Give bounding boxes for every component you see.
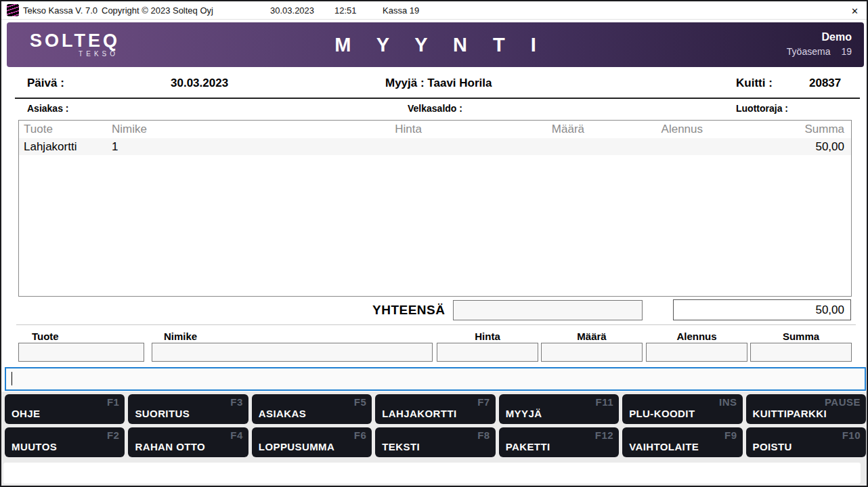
fkey-label: F4 <box>230 429 243 441</box>
seller-line: Myyjä : Taavi Horila <box>385 77 492 90</box>
col-nimike: Nimike <box>110 123 313 136</box>
button-label: KUITTIPARKKI <box>753 408 827 419</box>
receipt-label: Kuitti : <box>736 77 773 90</box>
workstation-label: Työasema <box>787 46 831 57</box>
entry-label-tuote: Tuote <box>32 331 59 342</box>
button-label: PLU-KOODIT <box>629 408 695 419</box>
fkey-label: INS <box>719 396 737 408</box>
button-label: MUUTOS <box>12 441 57 452</box>
teksti-button[interactable]: F8 TEKSTI <box>375 427 495 457</box>
status-bar <box>3 463 861 484</box>
cell-summa: 50,00 <box>703 140 851 154</box>
button-label: TEKSTI <box>382 441 420 452</box>
button-label: RAHAN OTTO <box>135 441 205 452</box>
titlebar-register: Kassa 19 <box>383 5 419 16</box>
button-label: VAIHTOLAITE <box>629 441 699 452</box>
bottom-panel: F1 OHJE F3 SUORITUS F5 ASIAKAS F7 LAHJAK… <box>1 391 867 487</box>
fkey-label: PAUSE <box>825 396 861 408</box>
credit-label: Luottoraja : <box>736 103 788 114</box>
date-label: Päivä : <box>27 77 64 90</box>
alennus-input[interactable] <box>646 343 747 362</box>
ohje-button[interactable]: F1 OHJE <box>5 394 125 424</box>
maara-input[interactable] <box>541 343 643 362</box>
fkey-label: F7 <box>477 396 490 408</box>
sale-lines-table[interactable]: Tuote Nimike Hinta Määrä Alennus Summa L… <box>18 120 852 297</box>
function-button-grid: F1 OHJE F3 SUORITUS F5 ASIAKAS F7 LAHJAK… <box>5 394 866 457</box>
app-icon <box>7 4 19 16</box>
hinta-input[interactable] <box>437 343 538 362</box>
app-title: Tekso Kassa V. 7.0 <box>23 5 97 16</box>
kuittiparkki-button[interactable]: PAUSE KUITTIPARKKI <box>746 394 866 424</box>
fkey-label: F12 <box>595 429 613 441</box>
section-divider <box>16 324 856 325</box>
asiakas-button[interactable]: F5 ASIAKAS <box>252 394 372 424</box>
button-label: LAHJAKORTTI <box>382 408 456 419</box>
titlebar: Tekso Kassa V. 7.0 Copyright © 2023 Solt… <box>1 1 867 20</box>
suoritus-button[interactable]: F3 SUORITUS <box>128 394 248 424</box>
app-header: SOLTEQ TEKSO M Y Y N T I Demo Työasema19 <box>7 22 864 67</box>
total-entry-input[interactable] <box>453 300 643 320</box>
plu-koodit-button[interactable]: INS PLU-KOODIT <box>622 394 742 424</box>
fkey-label: F11 <box>596 396 614 408</box>
close-icon[interactable]: ✕ <box>851 5 859 18</box>
muutos-button[interactable]: F2 MUUTOS <box>5 427 125 457</box>
fkey-label: F1 <box>107 396 120 408</box>
poistu-button[interactable]: F10 POISTU <box>746 427 866 457</box>
copyright-text: Copyright © 2023 Solteq Oyj <box>102 5 213 16</box>
button-label: LOPPUSUMMA <box>259 441 334 452</box>
col-alennus: Alennus <box>584 123 703 136</box>
button-label: POISTU <box>753 441 792 452</box>
myyja-button[interactable]: F11 MYYJÄ <box>499 394 619 424</box>
button-label: MYYJÄ <box>506 408 542 419</box>
button-label: SUORITUS <box>135 408 190 419</box>
table-header-row: Tuote Nimike Hinta Määrä Alennus Summa <box>19 121 851 138</box>
col-hinta: Hinta <box>313 123 422 136</box>
fkey-label: F9 <box>724 429 737 441</box>
titlebar-date: 30.03.2023 <box>270 5 314 16</box>
loppusumma-button[interactable]: F6 LOPPUSUMMA <box>252 427 372 457</box>
debt-label: Velkasaldo : <box>408 103 462 114</box>
col-summa: Summa <box>703 123 851 136</box>
text-caret <box>12 372 12 385</box>
entry-label-alennus: Alennus <box>646 331 747 342</box>
rahan-otto-button[interactable]: F4 RAHAN OTTO <box>128 427 248 457</box>
entry-label-hinta: Hinta <box>437 331 538 342</box>
table-row[interactable]: Lahjakortti 1 50,00 <box>19 138 851 155</box>
mode-badge: Demo <box>787 30 852 44</box>
fkey-label: F3 <box>230 396 243 408</box>
summa-input[interactable] <box>750 343 852 362</box>
col-maara: Määrä <box>422 123 584 136</box>
customer-label: Asiakas : <box>27 103 68 114</box>
fkey-label: F8 <box>477 429 490 441</box>
nimike-input[interactable] <box>152 343 433 362</box>
command-input[interactable] <box>5 367 866 391</box>
fkey-label: F6 <box>354 429 367 441</box>
lahjakortti-button[interactable]: F7 LAHJAKORTTI <box>375 394 495 424</box>
cell-nimike: 1 <box>110 140 313 154</box>
fkey-label: F2 <box>107 429 120 441</box>
button-label: PAKETTI <box>506 441 550 452</box>
paketti-button[interactable]: F12 PAKETTI <box>499 427 619 457</box>
app-window: Tekso Kassa V. 7.0 Copyright © 2023 Solt… <box>0 0 868 487</box>
page-title: M Y Y N T I <box>7 34 864 56</box>
fkey-label: F10 <box>842 429 861 441</box>
entry-label-nimike: Nimike <box>164 331 197 342</box>
col-tuote: Tuote <box>19 123 110 136</box>
workstation-info: Työasema19 <box>787 46 852 57</box>
titlebar-time: 12:51 <box>334 5 357 16</box>
entry-label-summa: Summa <box>750 331 852 342</box>
button-label: ASIAKAS <box>259 408 306 419</box>
total-label: YHTEENSÄ <box>372 303 445 318</box>
cell-tuote: Lahjakortti <box>19 140 110 154</box>
button-label: OHJE <box>12 408 40 419</box>
workstation-number: 19 <box>841 46 852 57</box>
horizontal-rule <box>15 98 860 99</box>
entry-label-maara: Määrä <box>541 331 643 342</box>
tuote-input[interactable] <box>18 343 144 362</box>
receipt-number: 20837 <box>809 77 841 90</box>
header-right-info: Demo Työasema19 <box>787 30 852 57</box>
date-value: 30.03.2023 <box>171 77 228 90</box>
total-amount-display: 50,00 <box>673 299 851 320</box>
fkey-label: F5 <box>354 396 367 408</box>
vaihtolaite-button[interactable]: F9 VAIHTOLAITE <box>622 427 742 457</box>
